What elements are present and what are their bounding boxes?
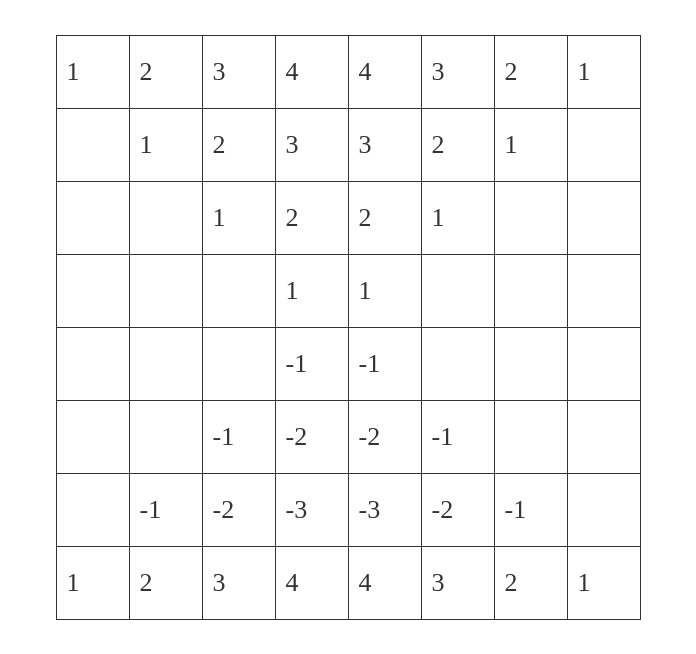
grid-cell: [56, 327, 129, 400]
table-row: -1 -2 -2 -1: [56, 400, 640, 473]
grid-cell: 2: [421, 108, 494, 181]
grid-cell: 1: [567, 35, 640, 108]
grid-cell: [494, 327, 567, 400]
grid-cell: -3: [275, 473, 348, 546]
grid-cell: 2: [494, 35, 567, 108]
grid-cell: [494, 181, 567, 254]
grid-cell: [56, 108, 129, 181]
grid-cell: -2: [348, 400, 421, 473]
number-grid-table: 1 2 3 4 4 3 2 1 1 2 3 3 2 1: [56, 35, 641, 620]
grid-cell: 1: [421, 181, 494, 254]
grid-cell: 3: [275, 108, 348, 181]
grid-body: 1 2 3 4 4 3 2 1 1 2 3 3 2 1: [56, 35, 640, 619]
grid-cell: [567, 108, 640, 181]
grid-cell: 1: [348, 254, 421, 327]
grid-cell: [129, 254, 202, 327]
table-row: 1 1: [56, 254, 640, 327]
table-row: -1 -2 -3 -3 -2 -1: [56, 473, 640, 546]
grid-cell: [202, 254, 275, 327]
grid-cell: 3: [202, 546, 275, 619]
grid-cell: -1: [129, 473, 202, 546]
grid-cell: 2: [202, 108, 275, 181]
grid-cell: 1: [275, 254, 348, 327]
grid-cell: 4: [348, 546, 421, 619]
grid-cell: [421, 254, 494, 327]
grid-cell: 1: [202, 181, 275, 254]
grid-cell: 4: [348, 35, 421, 108]
grid-cell: 4: [275, 35, 348, 108]
grid-cell: 2: [275, 181, 348, 254]
grid-cell: 2: [129, 35, 202, 108]
grid-cell: -2: [421, 473, 494, 546]
grid-cell: [129, 327, 202, 400]
grid-cell: [56, 181, 129, 254]
table-row: -1 -1: [56, 327, 640, 400]
grid-cell: -1: [494, 473, 567, 546]
grid-cell: -1: [348, 327, 421, 400]
grid-cell: 1: [56, 546, 129, 619]
table-row: 1 2 2 1: [56, 181, 640, 254]
grid-cell: 1: [567, 546, 640, 619]
grid-cell: 3: [421, 35, 494, 108]
grid-cell: [567, 181, 640, 254]
grid-cell: -1: [421, 400, 494, 473]
table-row: 1 2 3 4 4 3 2 1: [56, 35, 640, 108]
grid-cell: 2: [129, 546, 202, 619]
grid-cell: [567, 254, 640, 327]
grid-cell: 1: [129, 108, 202, 181]
grid-cell: 4: [275, 546, 348, 619]
grid-cell: [567, 327, 640, 400]
grid-cell: 3: [202, 35, 275, 108]
table-row: 1 2 3 3 2 1: [56, 108, 640, 181]
table-row: 1 2 3 4 4 3 2 1: [56, 546, 640, 619]
grid-cell: 2: [494, 546, 567, 619]
grid-cell: [129, 400, 202, 473]
grid-cell: -1: [202, 400, 275, 473]
grid-cell: [202, 327, 275, 400]
grid-cell: 3: [348, 108, 421, 181]
grid-cell: [421, 327, 494, 400]
grid-cell: 1: [494, 108, 567, 181]
grid-cell: -1: [275, 327, 348, 400]
grid-cell: 2: [348, 181, 421, 254]
grid-cell: -3: [348, 473, 421, 546]
grid-table-container: 1 2 3 4 4 3 2 1 1 2 3 3 2 1: [48, 27, 649, 628]
grid-cell: -2: [275, 400, 348, 473]
grid-cell: [567, 400, 640, 473]
grid-cell: [494, 400, 567, 473]
grid-cell: [567, 473, 640, 546]
grid-cell: [129, 181, 202, 254]
grid-cell: [56, 400, 129, 473]
grid-cell: [56, 254, 129, 327]
grid-cell: [56, 473, 129, 546]
grid-cell: -2: [202, 473, 275, 546]
grid-cell: [494, 254, 567, 327]
grid-cell: 1: [56, 35, 129, 108]
grid-cell: 3: [421, 546, 494, 619]
